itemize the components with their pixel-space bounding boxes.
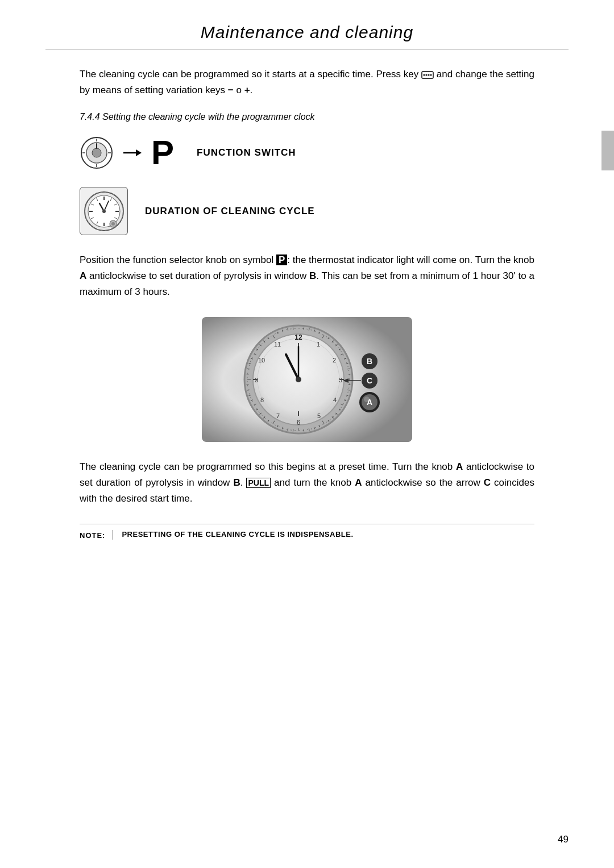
function-switch-icons: P <box>80 136 174 170</box>
svg-text:A: A <box>367 398 372 407</box>
svg-text:4: 4 <box>333 397 337 403</box>
svg-text:B: B <box>367 357 372 366</box>
svg-point-8 <box>92 148 101 157</box>
svg-text:C: C <box>367 376 372 385</box>
note-label: NOTE: <box>80 530 113 540</box>
content-area: The cleaning cycle can be programmed so … <box>45 66 569 540</box>
page-number: 49 <box>558 834 569 845</box>
small-clock-svg <box>84 191 125 232</box>
intro-paragraph: The cleaning cycle can be programmed so … <box>80 66 534 98</box>
svg-point-35 <box>111 222 115 226</box>
svg-point-118 <box>296 377 301 382</box>
note-text: PRESETTING OF THE CLEANING CYCLE IS INDI… <box>122 530 353 539</box>
p-symbol: P <box>151 136 174 170</box>
margin-tab <box>601 131 614 170</box>
page: Maintenance and cleaning The cleaning cy… <box>0 0 614 868</box>
knob-icon <box>80 136 114 170</box>
svg-text:5: 5 <box>317 412 321 419</box>
clock-small-icon <box>80 187 128 235</box>
duration-cleaning-row: DURATION OF CLEANING CYCLE <box>80 187 534 235</box>
function-switch-label: FUNCTION SWITCH <box>197 147 296 158</box>
pull-label: PULL <box>246 478 271 488</box>
section-heading: 7.4.4 Setting the cleaning cycle with th… <box>80 112 534 122</box>
clock-diagram: 12 1 2 3 4 5 6 7 8 9 10 11 <box>202 317 412 442</box>
svg-text:8: 8 <box>260 397 264 403</box>
key-icon <box>421 70 434 80</box>
svg-text:6: 6 <box>297 419 301 427</box>
page-header: Maintenance and cleaning <box>45 23 569 49</box>
function-switch-row: P FUNCTION SWITCH <box>80 136 534 170</box>
svg-text:12: 12 <box>294 333 302 341</box>
svg-point-32 <box>102 210 106 213</box>
clock-diagram-container: 12 1 2 3 4 5 6 7 8 9 10 11 <box>80 317 534 442</box>
description-paragraph-1: Position the function selector knob on s… <box>80 252 534 300</box>
p-inline-symbol: P <box>276 254 287 265</box>
svg-text:11: 11 <box>274 341 281 348</box>
arrow-icon <box>122 146 143 160</box>
page-title: Maintenance and cleaning <box>45 23 569 42</box>
svg-text:7: 7 <box>276 412 280 419</box>
note-row: NOTE: PRESETTING OF THE CLEANING CYCLE I… <box>80 524 534 540</box>
svg-marker-15 <box>136 149 142 156</box>
duration-cleaning-label: DURATION OF CLEANING CYCLE <box>145 206 315 217</box>
clock-diagram-svg: 12 1 2 3 4 5 6 7 8 9 10 11 <box>202 317 412 442</box>
svg-text:2: 2 <box>333 357 336 364</box>
description-paragraph-2: The cleaning cycle can be programmed so … <box>80 459 534 507</box>
svg-text:10: 10 <box>258 357 265 364</box>
svg-text:1: 1 <box>317 341 320 348</box>
